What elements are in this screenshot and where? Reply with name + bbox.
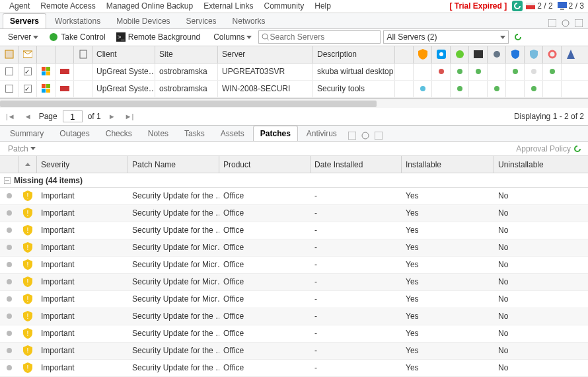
menu-remote-access[interactable]: Remote Access — [35, 1, 100, 11]
patch-row[interactable]: !ImportantSecurity Update for Micr…Offic… — [0, 257, 588, 274]
cell-date: - — [311, 360, 402, 376]
col-date-installed[interactable]: Date Installed — [311, 156, 402, 173]
server-row[interactable]: UpGreat Syste… ostrobramska WIN-2008-SEC… — [0, 81, 588, 98]
row-checkbox-2[interactable] — [24, 85, 32, 93]
patch-dropdown[interactable]: Patch — [4, 143, 40, 155]
row-checkbox[interactable] — [5, 67, 13, 75]
tab-patches[interactable]: Patches — [253, 126, 298, 141]
col-console-icon[interactable] — [469, 46, 488, 63]
col-gear-icon[interactable] — [488, 46, 506, 63]
col-installable[interactable]: Installable — [402, 156, 494, 173]
row-checkbox-2[interactable] — [24, 67, 32, 75]
col-teamviewer-icon[interactable] — [432, 46, 451, 63]
tab-summary[interactable]: Summary — [3, 126, 51, 141]
server-row[interactable]: UpGreat Syste… ostrobramska UPGREAT03SVR… — [0, 63, 588, 81]
tab-networks[interactable]: Networks — [225, 13, 273, 28]
take-control-button[interactable]: Take Control — [45, 31, 109, 43]
history-icon[interactable] — [560, 18, 571, 28]
tab-notes[interactable]: Notes — [141, 126, 176, 141]
tab-workstations[interactable]: Workstations — [48, 13, 108, 28]
patch-group-missing[interactable]: Missing (44 items) — [0, 173, 588, 188]
menu-community[interactable]: Community — [259, 1, 310, 11]
col-shield3-icon[interactable] — [525, 46, 543, 63]
col-sort-icon[interactable] — [18, 156, 37, 173]
col-ring-icon[interactable] — [543, 46, 562, 63]
collapse-group-icon[interactable] — [4, 177, 11, 184]
refresh-patches-icon[interactable] — [572, 144, 583, 154]
tab-antivirus[interactable]: Antivirus — [299, 126, 344, 141]
col-site[interactable]: Site — [155, 46, 218, 63]
col-patch-name[interactable]: Patch Name — [128, 156, 219, 173]
col-building-icon[interactable] — [562, 46, 580, 63]
pager-first[interactable]: |◄ — [4, 112, 17, 120]
menu-agent[interactable]: Agent — [4, 1, 35, 11]
patch-row[interactable]: !ImportantSecurity Update for Micr…Offic… — [0, 274, 588, 291]
col-server[interactable]: Server — [218, 46, 313, 63]
col-mail-icon[interactable] — [18, 46, 37, 63]
col-description[interactable]: Description — [313, 46, 395, 63]
collapse-icon[interactable] — [547, 18, 558, 28]
col-select-icon[interactable] — [55, 46, 74, 63]
menu-managed-backup[interactable]: Managed Online Backup — [101, 1, 198, 11]
svg-text:!: ! — [27, 278, 29, 286]
tab-mobile-devices[interactable]: Mobile Devices — [109, 13, 177, 28]
tab-checks[interactable]: Checks — [98, 126, 139, 141]
server-dropdown[interactable]: Server — [4, 31, 42, 43]
col-check-icon[interactable] — [37, 46, 55, 63]
svg-text:!: ! — [27, 330, 29, 337]
remote-background-button[interactable]: >_ Remote Background — [112, 31, 204, 43]
history-icon[interactable] — [360, 130, 371, 141]
pager-page-input[interactable] — [63, 110, 83, 122]
severity-shield-icon: ! — [18, 325, 37, 342]
search-servers-box[interactable] — [258, 30, 381, 44]
svg-rect-19 — [474, 50, 483, 58]
col-report-icon[interactable] — [0, 46, 18, 63]
server-type-icon — [55, 81, 74, 97]
col-feature-1[interactable] — [395, 46, 414, 63]
pager-prev[interactable]: ◄ — [22, 112, 34, 120]
tab-tasks[interactable]: Tasks — [177, 126, 212, 141]
col-av-shield-icon[interactable] — [414, 46, 432, 63]
tab-services[interactable]: Services — [179, 13, 224, 28]
patch-row[interactable]: !ImportantSecurity Update for the …Offic… — [0, 360, 588, 377]
col-os-icon[interactable] — [74, 46, 92, 63]
pager-next[interactable]: ► — [106, 112, 118, 120]
col-product[interactable]: Product — [219, 156, 311, 173]
svg-point-8 — [50, 33, 57, 41]
row-checkbox[interactable] — [5, 85, 13, 93]
patch-row[interactable]: !ImportantSecurity Update for the …Offic… — [0, 343, 588, 360]
all-servers-select[interactable]: All Servers (2) — [383, 30, 509, 44]
patch-row[interactable]: !ImportantSecurity Update for Micr…Offic… — [0, 239, 588, 257]
col-backup-icon[interactable] — [451, 46, 469, 63]
patch-row[interactable]: !ImportantSecurity Update for the …Offic… — [0, 308, 588, 325]
columns-dropdown[interactable]: Columns — [209, 31, 256, 43]
tab-servers[interactable]: Servers — [3, 13, 46, 28]
menu-help[interactable]: Help — [309, 1, 336, 11]
refresh-grid-icon[interactable] — [513, 32, 523, 42]
patch-row[interactable]: !ImportantSecurity Update for Micr…Offic… — [0, 291, 588, 308]
tab-outages[interactable]: Outages — [52, 126, 96, 141]
patch-row[interactable]: !ImportantSecurity Update for the …Offic… — [0, 222, 588, 239]
expand-icon[interactable] — [573, 18, 584, 28]
expand-icon[interactable] — [373, 130, 384, 141]
tab-assets[interactable]: Assets — [213, 126, 252, 141]
pager-last[interactable]: ►| — [123, 112, 136, 120]
collapse-icon[interactable] — [347, 130, 357, 141]
patch-row[interactable]: !ImportantSecurity Update for the …Offic… — [0, 325, 588, 343]
search-servers-input[interactable] — [270, 32, 377, 42]
menu-external-links[interactable]: External Links — [198, 1, 258, 11]
col-shield2-icon[interactable] — [506, 46, 525, 63]
cell-product: Office — [219, 308, 311, 325]
patch-row[interactable]: !ImportantSecurity Update for the …Offic… — [0, 205, 588, 222]
patch-row[interactable]: !ImportantSecurity Update for the …Offic… — [0, 188, 588, 205]
col-client[interactable]: Client — [92, 46, 155, 63]
approval-policy-link[interactable]: Approval Policy — [516, 144, 571, 153]
refresh-icon[interactable] — [512, 1, 523, 11]
workstation-alert-icon[interactable] — [557, 1, 568, 11]
trial-expired-label[interactable]: [ Trial Expired ] — [450, 1, 507, 11]
horizontal-scrollbar[interactable] — [0, 99, 588, 108]
server-alert-icon[interactable] — [525, 1, 536, 11]
status-dot — [469, 63, 488, 80]
col-uninstallable[interactable]: Uninstallable — [494, 156, 573, 173]
col-severity[interactable]: Severity — [37, 156, 128, 173]
